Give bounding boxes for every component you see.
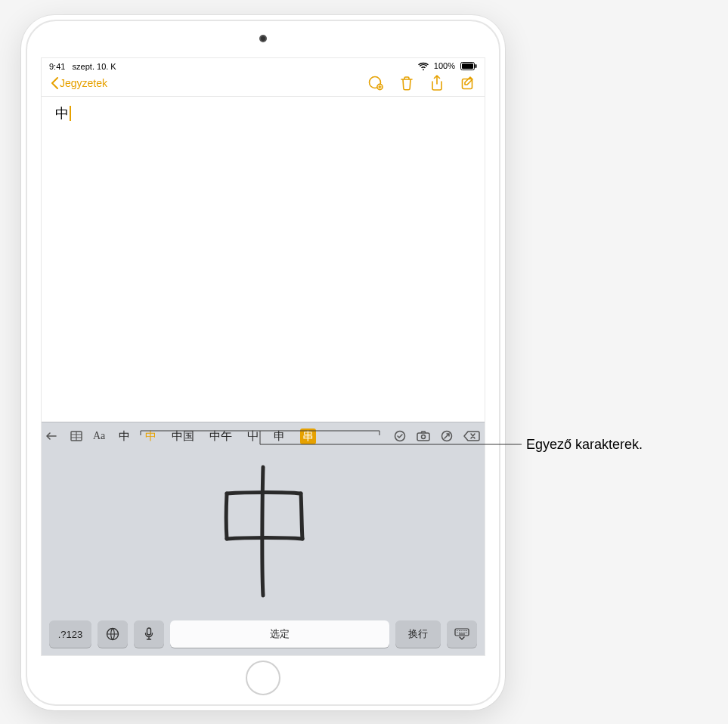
battery-icon [460, 62, 477, 72]
checklist-icon[interactable] [394, 430, 406, 442]
space-key-label: 选定 [270, 627, 290, 641]
candidate-0[interactable]: 中 [119, 429, 130, 444]
mic-icon [144, 627, 153, 641]
chevron-left-icon [51, 77, 58, 89]
svg-rect-1 [462, 63, 473, 69]
hide-keyboard-icon [454, 628, 469, 640]
globe-key[interactable] [98, 620, 128, 648]
return-key[interactable]: 换行 [395, 620, 441, 648]
candidate-4[interactable]: 屮 [247, 429, 259, 444]
status-date: szept. 10. K [73, 62, 116, 71]
candidate-list: 中 中 中国 中午 屮 申 串 [111, 429, 324, 444]
keyboard-bottom-row: .?123 选定 换行 [42, 616, 485, 655]
handwriting-panel: Aa 中 中 中国 中午 屮 申 串 [42, 422, 485, 655]
text-cursor [70, 106, 71, 121]
nav-actions [368, 75, 476, 91]
candidate-2[interactable]: 中国 [172, 429, 194, 444]
return-key-label: 换行 [408, 627, 428, 641]
note-body[interactable]: 中 [42, 97, 485, 422]
undo-icon[interactable] [46, 431, 60, 441]
globe-icon [106, 627, 119, 641]
wifi-icon [418, 62, 429, 72]
compose-icon[interactable] [460, 76, 476, 91]
battery-percent: 100% [434, 61, 455, 70]
handwriting-draw-area[interactable] [42, 450, 485, 616]
back-label: Jegyzetek [60, 77, 107, 89]
back-button[interactable]: Jegyzetek [51, 77, 107, 89]
svg-point-9 [422, 435, 426, 439]
svg-rect-2 [476, 64, 477, 68]
collaborate-icon[interactable] [368, 76, 383, 91]
status-left: 9:41 szept. 10. K [49, 62, 116, 71]
backspace-icon[interactable] [463, 431, 480, 441]
note-text: 中 [55, 106, 69, 121]
status-time: 9:41 [49, 62, 65, 71]
home-button[interactable] [246, 661, 280, 695]
numeric-key-label: .?123 [58, 629, 83, 640]
trash-icon[interactable] [400, 76, 414, 91]
numeric-key[interactable]: .?123 [49, 620, 91, 648]
candidate-6[interactable]: 串 [300, 429, 316, 444]
ipad-bezel: 9:41 szept. 10. K 100% [26, 20, 500, 706]
status-right: 100% [415, 61, 477, 72]
ipad-device-frame: 9:41 szept. 10. K 100% [21, 15, 505, 710]
candidate-bar: Aa 中 中 中国 中午 屮 申 串 [42, 422, 485, 450]
hide-keyboard-key[interactable] [447, 620, 477, 648]
markup-icon[interactable] [441, 430, 453, 442]
svg-rect-12 [147, 628, 151, 635]
nav-bar: Jegyzetek [42, 73, 485, 97]
table-icon[interactable] [70, 431, 82, 441]
candidate-5[interactable]: 申 [274, 429, 285, 444]
callout-label: Egyező karakterek. [526, 437, 643, 453]
svg-rect-8 [417, 433, 429, 441]
candidate-1[interactable]: 中 [145, 429, 156, 444]
front-camera [259, 35, 267, 42]
candidate-3[interactable]: 中午 [209, 429, 232, 444]
dictation-key[interactable] [134, 620, 164, 648]
space-key[interactable]: 选定 [170, 620, 389, 648]
share-icon[interactable] [430, 75, 444, 91]
camera-icon[interactable] [417, 431, 430, 441]
format-icon[interactable]: Aa [93, 430, 105, 442]
status-bar: 9:41 szept. 10. K 100% [42, 58, 485, 73]
screen: 9:41 szept. 10. K 100% [41, 57, 485, 656]
